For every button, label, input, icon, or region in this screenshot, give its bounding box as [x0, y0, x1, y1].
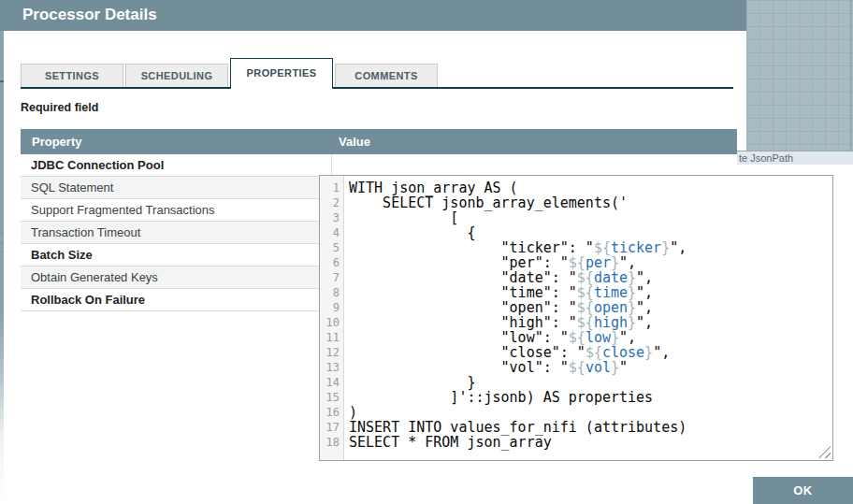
tab-scheduling[interactable]: SCHEDULING	[125, 64, 228, 89]
tab-settings[interactable]: SETTINGS	[21, 64, 123, 89]
canvas-left-edge	[0, 31, 4, 504]
tab-properties[interactable]: PROPERTIES	[230, 58, 333, 89]
line-number: 10	[320, 315, 340, 330]
dialog-title: Processor Details	[0, 0, 746, 29]
code-line: {	[349, 225, 832, 240]
line-number: 12	[320, 345, 340, 360]
editor-gutter: 123456789101112131415161718	[320, 176, 344, 460]
tab-underline	[21, 87, 733, 89]
code-line: WITH json_array AS (	[349, 180, 832, 195]
code-line: [	[349, 210, 832, 225]
code-line: "open": "${open}",	[349, 300, 832, 315]
line-number: 9	[320, 300, 340, 315]
line-number: 13	[320, 360, 340, 375]
required-field-note: Required field	[21, 101, 98, 114]
ruler-tick	[0, 252, 4, 252]
line-number: 8	[320, 285, 340, 300]
property-name: JDBC Connection Pool	[21, 154, 332, 176]
property-row[interactable]: JDBC Connection Pool	[21, 154, 733, 177]
code-line: )	[349, 405, 832, 420]
column-header-property: Property	[21, 129, 332, 154]
code-line: "time": "${time}",	[349, 285, 832, 300]
dialog-header: Processor Details	[0, 0, 746, 31]
line-number: 4	[320, 225, 340, 240]
property-name: Rollback On Failure	[21, 289, 332, 310]
code-line: "ticker": "${ticker}",	[349, 240, 832, 255]
code-line: "close": "${close}",	[349, 345, 832, 360]
line-number: 7	[320, 270, 340, 285]
processor-details-dialog: te JsonPath Processor Details SETTINGSSC…	[0, 0, 853, 504]
line-number: 17	[320, 420, 340, 435]
code-line: SELECT jsonb_array_elements('	[349, 195, 832, 210]
editor-code[interactable]: WITH json_array AS ( SELECT jsonb_array_…	[344, 176, 832, 460]
code-line: ]'::jsonb) AS properties	[349, 390, 832, 405]
code-line: }	[349, 375, 832, 390]
line-number: 2	[320, 195, 340, 210]
property-name: Transaction Timeout	[21, 222, 332, 243]
property-name: Batch Size	[21, 244, 332, 266]
properties-table-header: Property Value	[21, 129, 737, 154]
line-number: 5	[320, 240, 340, 255]
property-name: Obtain Generated Keys	[21, 266, 332, 288]
ruler-tick	[0, 242, 4, 243]
column-header-value: Value	[332, 129, 370, 154]
line-number: 18	[320, 435, 340, 450]
tab-comments[interactable]: COMMENTS	[335, 64, 438, 89]
flow-canvas-grid	[746, 0, 853, 151]
line-number: 16	[320, 405, 340, 420]
code-line: "high": "${high}",	[349, 315, 832, 330]
ruler-tick	[0, 233, 4, 234]
line-number: 6	[320, 255, 340, 270]
code-line: "vol": "${vol}"	[349, 360, 832, 375]
property-name: SQL Statement	[21, 177, 332, 198]
code-line: INSERT INTO values_for_nifi (attributes)	[349, 420, 832, 435]
canvas-processor-label-text: te JsonPath	[739, 152, 793, 164]
line-number: 3	[320, 210, 340, 225]
ok-button[interactable]: OK	[753, 477, 853, 504]
code-line: "date": "${date}",	[349, 270, 832, 285]
line-number: 14	[320, 375, 340, 390]
code-line: "low": "${low}",	[349, 330, 832, 345]
value-editor[interactable]: 123456789101112131415161718 WITH json_ar…	[319, 175, 833, 461]
ruler-tick	[0, 80, 4, 82]
code-line: SELECT * FROM json_array	[349, 435, 832, 450]
line-number: 1	[320, 180, 340, 195]
line-number: 11	[320, 330, 340, 345]
property-name: Support Fragmented Transactions	[21, 199, 332, 221]
tab-bar: SETTINGSSCHEDULINGPROPERTIESCOMMENTS	[21, 58, 440, 89]
code-line: "per": "${per}",	[349, 255, 832, 270]
line-number: 15	[320, 390, 340, 405]
property-value[interactable]	[332, 154, 733, 176]
canvas-processor-label: te JsonPath	[737, 151, 853, 165]
